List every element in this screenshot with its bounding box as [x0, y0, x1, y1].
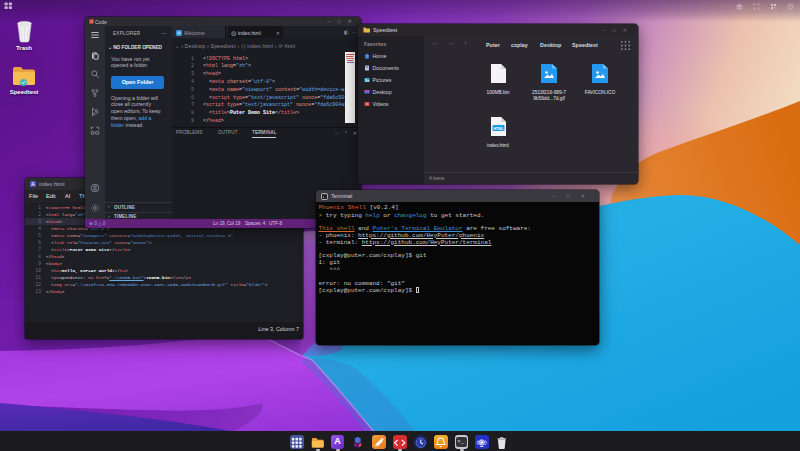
svg-text:HTML: HTML	[493, 127, 504, 131]
